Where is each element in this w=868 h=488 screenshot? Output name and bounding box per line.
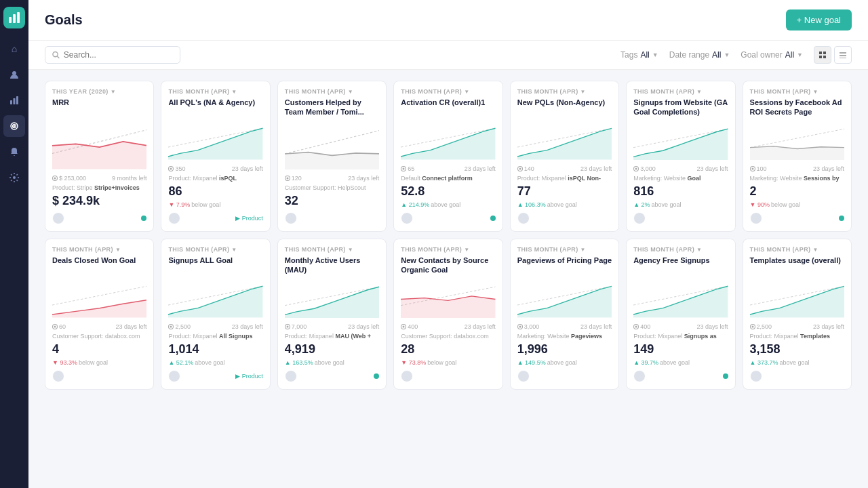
- card-footer: [633, 370, 728, 382]
- card-days-left: 23 days left: [580, 323, 612, 330]
- perf-indicator: ▼ 90%: [750, 201, 770, 208]
- view-toggle: [814, 46, 852, 64]
- svg-point-10: [13, 176, 16, 179]
- card-days-left: 23 days left: [813, 323, 844, 330]
- status-dot: [374, 373, 379, 379]
- card-source: Product: Mixpanel Signups as: [633, 333, 728, 340]
- card-footer: [401, 370, 495, 382]
- card-value: 28: [401, 342, 495, 357]
- search-icon: [52, 51, 60, 59]
- goal-card[interactable]: THIS MONTH (APR)▼Agency Free Signups 400…: [626, 239, 735, 390]
- card-source: Customer Support: databox.com: [401, 333, 495, 340]
- avatar-group: [285, 370, 294, 382]
- card-meta: 2,500 23 days left: [168, 323, 262, 330]
- grid-view-button[interactable]: [814, 46, 831, 64]
- list-view-button[interactable]: [834, 46, 852, 64]
- goal-card[interactable]: THIS MONTH (APR)▼Pageviews of Pricing Pa…: [510, 239, 619, 390]
- sidebar-item-alerts[interactable]: [3, 141, 25, 163]
- goal-card[interactable]: THIS MONTH (APR)▼Customers Helped by Tea…: [277, 81, 387, 232]
- sidebar-item-settings[interactable]: [3, 167, 25, 188]
- card-source: Customer Support: databox.com: [52, 333, 146, 340]
- goal-card[interactable]: THIS MONTH (APR)▼Signups from Website (G…: [626, 81, 735, 232]
- card-footer: [52, 370, 146, 382]
- svg-rect-12: [819, 52, 822, 54]
- svg-rect-2: [17, 12, 20, 23]
- card-title: Monthly Active Users (MAU): [285, 256, 379, 275]
- perf-indicator: ▼ 73.8%: [401, 359, 426, 366]
- svg-point-36: [170, 325, 172, 327]
- card-goal-count: 65: [401, 165, 414, 172]
- card-chart: [633, 123, 728, 160]
- perf-label: above goal: [547, 359, 577, 366]
- card-footer: ▶ Product: [168, 370, 262, 382]
- avatar-group: [401, 370, 410, 382]
- card-title: New PQLs (Non-Agency): [517, 98, 612, 117]
- card-performance: ▲ 106.3% above goal: [517, 201, 612, 208]
- card-source: Product: Mixpanel isPQL: [168, 175, 262, 182]
- tags-filter[interactable]: Tags All ▼: [620, 50, 658, 60]
- card-period: THIS MONTH (APR)▼: [401, 88, 495, 95]
- svg-rect-16: [840, 52, 846, 54]
- card-goal-count: 140: [517, 165, 534, 172]
- avatar: [168, 212, 180, 224]
- svg-line-23: [285, 130, 379, 154]
- goal-card[interactable]: THIS MONTH (APR)▼New Contacts by Source …: [393, 239, 502, 390]
- perf-label: above goal: [195, 359, 224, 366]
- goal-card[interactable]: THIS MONTH (APR)▼Sessions by Facebook Ad…: [743, 81, 852, 232]
- card-source: Default Connect platform: [401, 175, 495, 182]
- perf-indicator: ▲ 39.7%: [633, 359, 658, 366]
- goal-owner-filter[interactable]: Goal owner All ▼: [741, 50, 803, 60]
- search-box[interactable]: [45, 46, 180, 64]
- card-goal-count: 7,000: [285, 323, 307, 330]
- card-days-left: 23 days left: [348, 323, 379, 330]
- goal-card[interactable]: THIS YEAR (2020)▼MRR $ 253,000 9 months …: [45, 81, 154, 232]
- card-goal-count: 120: [285, 175, 302, 182]
- card-footer: [633, 212, 728, 224]
- page-header: Goals + New goal: [28, 0, 868, 41]
- card-source: Product: Stripe Stripe+Invoices: [52, 184, 146, 191]
- card-performance: ▲ 2% above goal: [633, 201, 728, 208]
- card-footer: [750, 370, 844, 382]
- card-title: Pageviews of Pricing Page: [517, 256, 612, 274]
- card-meta: 350 23 days left: [168, 165, 262, 172]
- goal-card[interactable]: THIS MONTH (APR)▼All PQL's (NA & Agency)…: [161, 81, 270, 232]
- new-goal-button[interactable]: + New goal: [786, 9, 852, 30]
- goal-card[interactable]: THIS MONTH (APR)▼Activation CR (overall)…: [393, 81, 502, 232]
- card-value: 2: [750, 184, 844, 199]
- goal-card[interactable]: THIS MONTH (APR)▼Templates usage (overal…: [743, 239, 852, 390]
- card-footer: [750, 212, 844, 224]
- avatar: [517, 212, 530, 224]
- card-days-left: 23 days left: [697, 165, 728, 172]
- goal-card[interactable]: THIS MONTH (APR)▼New PQLs (Non-Agency) 1…: [510, 81, 619, 232]
- card-title: Activation CR (overall)1: [401, 98, 495, 117]
- sidebar-item-contacts[interactable]: [3, 64, 25, 85]
- card-days-left: 23 days left: [813, 165, 844, 172]
- card-period: THIS MONTH (APR)▼: [633, 246, 728, 253]
- svg-rect-15: [823, 56, 826, 58]
- card-value: 4: [52, 342, 146, 357]
- app-logo[interactable]: [3, 7, 25, 28]
- svg-rect-4: [10, 100, 12, 104]
- card-meta: 60 23 days left: [52, 323, 146, 330]
- perf-label: above goal: [315, 359, 344, 366]
- card-days-left: 23 days left: [232, 165, 263, 172]
- goal-card[interactable]: THIS MONTH (APR)▼Monthly Active Users (M…: [277, 239, 387, 390]
- date-range-filter[interactable]: Date range All ▼: [669, 50, 730, 60]
- filters: Tags All ▼ Date range All ▼ Goal owner A…: [620, 46, 852, 64]
- svg-rect-13: [823, 52, 826, 54]
- goal-card[interactable]: THIS MONTH (APR)▼Deals Closed Won Goal 6…: [45, 239, 154, 390]
- card-goal-count: 3,000: [517, 323, 540, 330]
- goal-card[interactable]: THIS MONTH (APR)▼Signups ALL Goal 2,500 …: [161, 239, 270, 390]
- card-value: 32: [285, 194, 379, 209]
- sidebar-item-goals[interactable]: [3, 115, 25, 137]
- card-source: Product: Mixpanel Templates: [750, 333, 844, 340]
- avatar: [750, 212, 762, 224]
- card-period: THIS YEAR (2020)▼: [52, 88, 146, 95]
- card-meta: 400 23 days left: [633, 323, 728, 330]
- sidebar-item-home[interactable]: ⌂: [3, 38, 25, 60]
- search-input[interactable]: [64, 50, 173, 60]
- perf-indicator: ▲ 149.5%: [517, 359, 546, 366]
- perf-label: above goal: [652, 201, 682, 208]
- card-value: 149: [633, 342, 728, 357]
- sidebar-item-reports[interactable]: [3, 89, 25, 111]
